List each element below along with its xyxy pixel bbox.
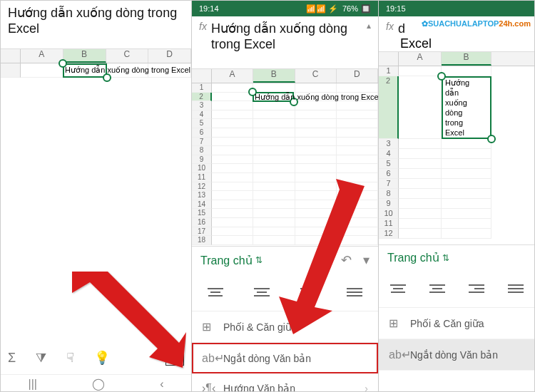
alignment-row: [379, 270, 535, 308]
align-left-button[interactable]: [384, 279, 412, 299]
align-right-button[interactable]: [294, 282, 322, 302]
nav-recent-icon[interactable]: |||: [29, 378, 37, 391]
merge-center-button[interactable]: ⊞ Phối & Căn giữa: [192, 311, 378, 343]
touch-icon[interactable]: ☟: [66, 350, 74, 366]
chevron-down-icon: ⇅: [255, 255, 263, 265]
formula-text: Hướng dẫn xuống dòng trong Excel: [211, 21, 367, 52]
col-C[interactable]: C: [106, 49, 149, 63]
autosum-icon[interactable]: Σ: [8, 351, 16, 366]
text-direction-button[interactable]: ›¶‹ Hướng Văn bản ›: [192, 373, 378, 392]
row-area: 123456789101112131415161718: [192, 83, 378, 245]
formula-bar[interactable]: fx Hướng dẫn xuống dòng trong Excel ▴: [192, 16, 378, 69]
status-bar: 19:14 📶📶 ⚡ 76% 🔲: [192, 1, 378, 16]
tab-home[interactable]: Trang chủ: [200, 254, 253, 267]
formula-bar[interactable]: Hướng dẫn xuống dòng trong Excel: [1, 1, 191, 49]
col-B[interactable]: B: [442, 52, 491, 66]
alignment-row: [192, 274, 378, 311]
collapse-icon[interactable]: ▴: [367, 21, 371, 31]
tab-home[interactable]: Trang chủ: [387, 251, 439, 264]
cell-B2-wrapped: Hướng dẫn xuống dòng trong Excel: [443, 76, 490, 139]
col-B[interactable]: B: [63, 49, 106, 63]
column-headers: A B: [379, 52, 535, 66]
formula-text-partial: d: [398, 21, 405, 36]
undo-icon[interactable]: ↶: [341, 252, 352, 268]
fx-icon[interactable]: fx: [386, 21, 394, 32]
column-headers: A B C D: [192, 69, 378, 83]
wrap-text-icon: ab↵: [389, 348, 403, 361]
align-center-button[interactable]: [248, 282, 276, 302]
align-justify-button[interactable]: [501, 279, 530, 299]
bottom-toolbar: Σ ⧩ ☟ 💡 ▴: [1, 344, 191, 371]
wrap-text-label: Ngắt dòng Văn bản: [223, 353, 311, 364]
column-headers: A B C D: [1, 49, 191, 63]
merge-icon: ⊞: [389, 316, 403, 330]
spreadsheet-grid[interactable]: A B C D Hướng dẫn xuống dòng trong Excel: [1, 49, 191, 320]
status-time: 19:15: [386, 4, 406, 13]
status-battery: 76%: [342, 4, 358, 13]
merge-center-label: Phối & Căn giữa: [223, 321, 297, 333]
col-B[interactable]: B: [253, 69, 295, 83]
nav-back-icon[interactable]: ‹: [160, 378, 163, 391]
col-A[interactable]: A: [21, 49, 63, 63]
col-C[interactable]: C: [295, 69, 337, 83]
caret-up-icon: ▴: [172, 351, 178, 365]
wrap-text-button[interactable]: ab↵ Ngắt dòng Văn bản: [379, 339, 535, 371]
lightbulb-icon[interactable]: 💡: [314, 252, 330, 268]
lightbulb-icon[interactable]: 💡: [94, 350, 110, 366]
spreadsheet-grid[interactable]: A B C D 123456789101112131415161718 Hướn…: [192, 69, 378, 246]
spreadsheet-grid[interactable]: A B 123456789101112 Hướng dẫn xuống dòng…: [379, 52, 535, 244]
android-navbar: ||| ◯ ‹: [1, 374, 191, 392]
ribbon-tab-selector[interactable]: Trang chủ ⇅: [379, 244, 535, 270]
align-center-button[interactable]: [423, 279, 452, 299]
wrap-text-label: Ngắt dòng Văn bản: [410, 349, 498, 361]
chevron-right-icon: ›: [365, 383, 368, 392]
wrap-text-button[interactable]: ab↵ Ngắt dòng Văn bản: [192, 343, 378, 373]
text-direction-icon: ›¶‹: [202, 382, 216, 392]
formula-text: Hướng dẫn xuống dòng trong Excel: [8, 5, 184, 36]
align-right-button[interactable]: [462, 279, 491, 299]
col-A[interactable]: A: [399, 52, 442, 66]
status-bar: 19:15: [379, 1, 535, 16]
fx-icon[interactable]: fx: [199, 21, 207, 32]
cell-B2-text: Hướng dẫn xuống dòng trong Excel: [255, 93, 379, 102]
panel-3: 19:15 ✿SUACHUALAPTOP24h.com fx d Excel A…: [379, 1, 535, 392]
status-time: 19:14: [199, 4, 219, 13]
merge-center-label: Phối & Căn giữa: [410, 318, 484, 329]
chevron-down-icon[interactable]: ▾: [363, 252, 370, 268]
filter-icon[interactable]: ⧩: [36, 351, 46, 366]
watermark-logo: ✿SUACHUALAPTOP24h.com: [422, 19, 531, 29]
ribbon-tab-selector[interactable]: Trang chủ ⇅ 💡 ↶ ▾: [192, 246, 378, 274]
wrap-text-icon: ab↵: [202, 351, 216, 365]
merge-center-button[interactable]: ⊞ Phối & Căn giữa: [379, 308, 535, 339]
panel-2: 19:14 📶📶 ⚡ 76% 🔲 fx Hướng dẫn xuống dòng…: [192, 1, 379, 392]
text-direction-label: Hướng Văn bản: [223, 383, 295, 392]
expand-ribbon-button[interactable]: ▴: [165, 350, 184, 366]
align-justify-button[interactable]: [340, 282, 369, 302]
col-A[interactable]: A: [212, 69, 253, 83]
panel-1: Hướng dẫn xuống dòng trong Excel A B C D…: [1, 1, 192, 392]
merge-icon: ⊞: [202, 320, 216, 334]
col-D[interactable]: D: [337, 69, 378, 83]
tutorial-composite: Hướng dẫn xuống dòng trong Excel A B C D…: [0, 0, 535, 392]
nav-home-icon[interactable]: ◯: [92, 377, 105, 391]
align-left-button[interactable]: [201, 282, 230, 302]
col-D[interactable]: D: [148, 49, 191, 63]
chevron-down-icon: ⇅: [442, 253, 449, 263]
cell-B2-text: Hướng dẫn xuống dòng trong Excel: [65, 66, 190, 75]
